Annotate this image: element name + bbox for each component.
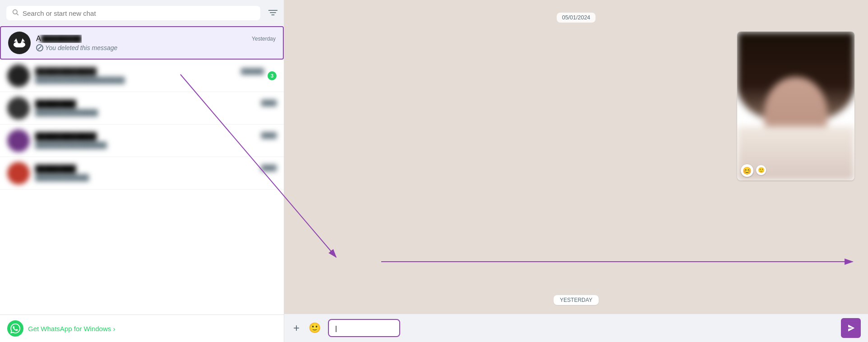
chat-preview-1: You deleted this message bbox=[36, 44, 276, 51]
svg-marker-6 bbox=[14, 38, 18, 42]
chat-item-5[interactable]: ████████ ████ ████████████ bbox=[0, 157, 284, 189]
message-input[interactable] bbox=[328, 319, 400, 337]
right-panel: 05/01/2024 😊 🙂 YESTERDAY bbox=[284, 0, 868, 342]
left-panel: A████████ Yesterday You deleted this mes… bbox=[0, 0, 284, 342]
emoji-reaction: 😊 bbox=[741, 164, 753, 177]
chat-background: 05/01/2024 😊 🙂 YESTERDAY bbox=[284, 0, 868, 314]
chat-content-1: A████████ Yesterday You deleted this mes… bbox=[36, 35, 276, 51]
date-badge: 05/01/2024 bbox=[557, 13, 596, 23]
bottom-bar: Get WhatsApp for Windows › bbox=[0, 314, 284, 342]
chat-content-4: ████████████ ████ ████████████████ bbox=[35, 132, 277, 149]
promo-text[interactable]: Get WhatsApp for Windows › bbox=[28, 325, 115, 333]
yesterday-badge: YESTERDAY bbox=[554, 295, 599, 305]
avatar-5 bbox=[7, 162, 30, 185]
avatar-4 bbox=[7, 129, 30, 152]
svg-marker-9 bbox=[848, 325, 854, 332]
emoji-button[interactable]: 🙂 bbox=[307, 320, 323, 336]
chat-item-4[interactable]: ████████████ ████ ████████████████ bbox=[0, 125, 284, 157]
chat-list: A████████ Yesterday You deleted this mes… bbox=[0, 26, 284, 314]
send-button[interactable] bbox=[841, 318, 861, 338]
chat-item-3[interactable]: ████████ ████ ██████████████ bbox=[0, 92, 284, 125]
avatar-1 bbox=[8, 32, 31, 54]
search-icon bbox=[12, 9, 19, 18]
svg-point-8 bbox=[18, 41, 21, 43]
avatar-2 bbox=[7, 65, 30, 87]
search-input[interactable] bbox=[23, 9, 255, 17]
avatar-3 bbox=[7, 97, 30, 120]
chat-content-3: ████████ ████ ██████████████ bbox=[35, 100, 277, 116]
reaction-icon: 🙂 bbox=[756, 165, 766, 175]
chat-item-1[interactable]: A████████ Yesterday You deleted this mes… bbox=[0, 26, 284, 60]
svg-line-1 bbox=[17, 14, 18, 15]
attach-button[interactable]: + bbox=[291, 320, 301, 336]
svg-marker-7 bbox=[21, 38, 25, 42]
chat-item-2[interactable]: ████████████ ██████ ████████████████████… bbox=[0, 60, 284, 92]
chat-name-1: A████████ bbox=[36, 35, 82, 43]
input-bar: + 🙂 bbox=[284, 314, 868, 342]
chat-time-1: Yesterday bbox=[252, 36, 276, 42]
photo-message: 😊 🙂 bbox=[737, 32, 854, 180]
svg-point-0 bbox=[13, 10, 17, 14]
chat-content-5: ████████ ████ ████████████ bbox=[35, 165, 277, 181]
search-input-wrapper[interactable] bbox=[6, 6, 260, 20]
search-bar bbox=[0, 0, 284, 26]
unread-badge-2: 3 bbox=[268, 71, 277, 80]
whatsapp-logo bbox=[7, 320, 23, 337]
deleted-msg-text: You deleted this message bbox=[45, 44, 117, 51]
blocked-icon bbox=[36, 44, 43, 51]
chat-content-2: ████████████ ██████ ████████████████████ bbox=[35, 67, 264, 84]
filter-icon[interactable] bbox=[268, 8, 277, 18]
